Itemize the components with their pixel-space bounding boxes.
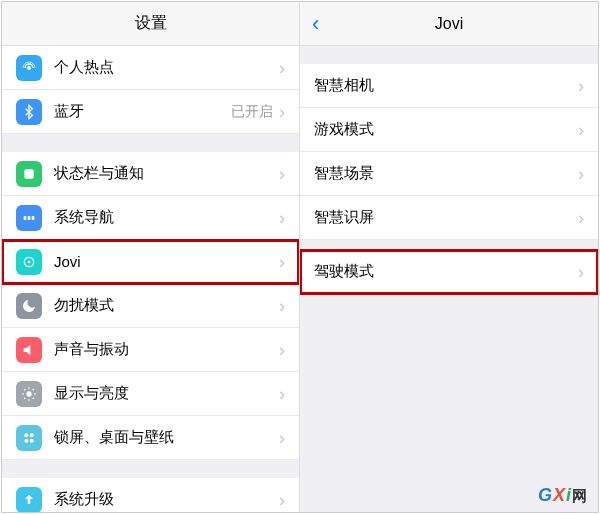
jovi-panel: ‹ Jovi 智慧相机 › 游戏模式 › 智慧场景 › 智慧识屏 › 驾驶模式 … xyxy=(300,2,598,512)
display-icon xyxy=(16,381,42,407)
row-status[interactable]: 状态栏与通知 › xyxy=(2,152,299,196)
row-label: 显示与亮度 xyxy=(54,384,279,403)
watermark-net: 网 xyxy=(572,487,588,504)
row-camera[interactable]: 智慧相机 › xyxy=(300,64,598,108)
hotspot-icon xyxy=(16,55,42,81)
group-spacer xyxy=(2,134,299,152)
chevron-icon: › xyxy=(279,209,285,227)
row-game[interactable]: 游戏模式 › xyxy=(300,108,598,152)
svg-rect-1 xyxy=(24,169,33,178)
jovi-header: ‹ Jovi xyxy=(300,2,598,46)
row-screen[interactable]: 智慧识屏 › xyxy=(300,196,598,240)
row-label: Jovi xyxy=(54,253,279,270)
row-label: 智慧识屏 xyxy=(314,208,578,227)
svg-point-0 xyxy=(27,66,31,70)
settings-panel: 设置 个人热点 › 蓝牙 已开启 › 状态栏与通知 › xyxy=(2,2,300,512)
row-upgrade[interactable]: 系统升级 › xyxy=(2,478,299,512)
svg-rect-3 xyxy=(28,216,31,220)
jovi-title: Jovi xyxy=(435,15,463,33)
dnd-icon xyxy=(16,293,42,319)
row-bluetooth[interactable]: 蓝牙 已开启 › xyxy=(2,90,299,134)
bluetooth-icon xyxy=(16,99,42,125)
group-spacer xyxy=(2,460,299,478)
chevron-icon: › xyxy=(279,385,285,403)
row-value: 已开启 xyxy=(231,103,273,121)
row-dnd[interactable]: 勿扰模式 › xyxy=(2,284,299,328)
jovi-icon xyxy=(16,249,42,275)
svg-point-7 xyxy=(26,391,31,396)
status-icon xyxy=(16,161,42,187)
row-label: 系统升级 xyxy=(54,490,279,509)
group-spacer xyxy=(300,46,598,64)
svg-rect-2 xyxy=(24,216,27,220)
chevron-icon: › xyxy=(578,209,584,227)
chevron-icon: › xyxy=(578,165,584,183)
chevron-icon: › xyxy=(279,341,285,359)
row-lock[interactable]: 锁屏、桌面与壁纸 › xyxy=(2,416,299,460)
sound-icon xyxy=(16,337,42,363)
back-button[interactable]: ‹ xyxy=(312,13,319,35)
settings-header: 设置 xyxy=(2,2,299,46)
row-label: 智慧相机 xyxy=(314,76,578,95)
chevron-icon: › xyxy=(578,121,584,139)
svg-point-9 xyxy=(30,433,34,437)
chevron-icon: › xyxy=(578,263,584,281)
row-label: 智慧场景 xyxy=(314,164,578,183)
upgrade-icon xyxy=(16,487,42,513)
row-sound[interactable]: 声音与振动 › xyxy=(2,328,299,372)
row-jovi[interactable]: Jovi › xyxy=(2,240,299,284)
settings-title: 设置 xyxy=(135,13,167,34)
svg-rect-4 xyxy=(32,216,35,220)
watermark-x: X xyxy=(553,485,566,505)
row-hotspot[interactable]: 个人热点 › xyxy=(2,46,299,90)
chevron-icon: › xyxy=(279,253,285,271)
nav-icon xyxy=(16,205,42,231)
chevron-icon: › xyxy=(279,429,285,447)
row-label: 游戏模式 xyxy=(314,120,578,139)
lock-icon xyxy=(16,425,42,451)
row-label: 状态栏与通知 xyxy=(54,164,279,183)
svg-point-8 xyxy=(24,433,28,437)
row-driving[interactable]: 驾驶模式 › xyxy=(300,250,598,294)
chevron-icon: › xyxy=(279,297,285,315)
svg-point-10 xyxy=(24,438,28,442)
group-spacer xyxy=(300,240,598,250)
row-label: 系统导航 xyxy=(54,208,279,227)
row-display[interactable]: 显示与亮度 › xyxy=(2,372,299,416)
svg-point-6 xyxy=(28,260,31,263)
chevron-icon: › xyxy=(578,77,584,95)
svg-point-11 xyxy=(30,438,34,442)
row-label: 锁屏、桌面与壁纸 xyxy=(54,428,279,447)
row-label: 驾驶模式 xyxy=(314,262,578,281)
row-nav[interactable]: 系统导航 › xyxy=(2,196,299,240)
chevron-icon: › xyxy=(279,165,285,183)
watermark: GXi网 xyxy=(538,485,588,506)
watermark-g: G xyxy=(538,485,553,505)
row-label: 声音与振动 xyxy=(54,340,279,359)
chevron-icon: › xyxy=(279,491,285,509)
row-scene[interactable]: 智慧场景 › xyxy=(300,152,598,196)
row-label: 蓝牙 xyxy=(54,102,231,121)
row-label: 勿扰模式 xyxy=(54,296,279,315)
row-label: 个人热点 xyxy=(54,58,279,77)
chevron-icon: › xyxy=(279,59,285,77)
chevron-icon: › xyxy=(279,103,285,121)
